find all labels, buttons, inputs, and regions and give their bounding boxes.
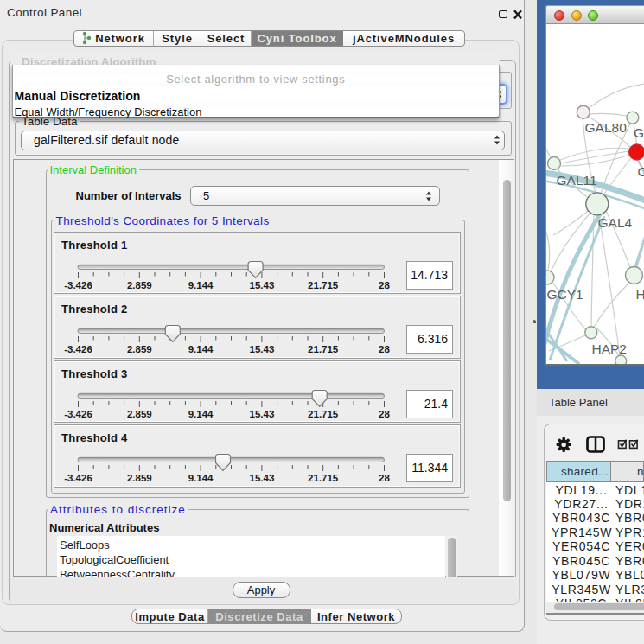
svg-text:21.715: 21.715 — [308, 473, 339, 483]
svg-text:HAP2: HAP2 — [592, 341, 628, 356]
svg-text:2.859: 2.859 — [127, 280, 152, 290]
svg-text:GAL4: GAL4 — [598, 215, 633, 230]
svg-text:9.144: 9.144 — [188, 409, 214, 419]
svg-text:C: C — [638, 164, 644, 179]
svg-text:GA: GA — [634, 125, 644, 140]
svg-text:15.43: 15.43 — [250, 344, 275, 354]
svg-text:15.43: 15.43 — [250, 473, 275, 483]
svg-text:21.715: 21.715 — [308, 344, 339, 354]
svg-text:9.144: 9.144 — [188, 280, 214, 290]
svg-text:28: 28 — [379, 344, 390, 354]
svg-text:28: 28 — [379, 409, 390, 419]
svg-text:21.715: 21.715 — [308, 280, 339, 290]
svg-text:-3.426: -3.426 — [64, 344, 92, 354]
svg-text:GAL80: GAL80 — [585, 120, 628, 135]
svg-text:15.43: 15.43 — [250, 409, 275, 419]
svg-text:2.859: 2.859 — [127, 473, 152, 483]
svg-text:-3.426: -3.426 — [64, 409, 92, 419]
svg-text:9.144: 9.144 — [188, 344, 214, 354]
svg-text:28: 28 — [379, 280, 390, 290]
svg-text:-3.426: -3.426 — [64, 473, 92, 483]
svg-text:-3.426: -3.426 — [64, 280, 92, 290]
svg-text:28: 28 — [379, 473, 390, 483]
svg-text:H: H — [636, 287, 644, 302]
svg-text:21.715: 21.715 — [308, 409, 339, 419]
svg-text:2.859: 2.859 — [127, 409, 152, 419]
svg-text:15.43: 15.43 — [250, 280, 275, 290]
svg-text:9.144: 9.144 — [188, 473, 214, 483]
svg-text:GAL11: GAL11 — [557, 173, 597, 188]
svg-text:GCY1: GCY1 — [547, 287, 583, 302]
svg-text:2.859: 2.859 — [127, 344, 152, 354]
